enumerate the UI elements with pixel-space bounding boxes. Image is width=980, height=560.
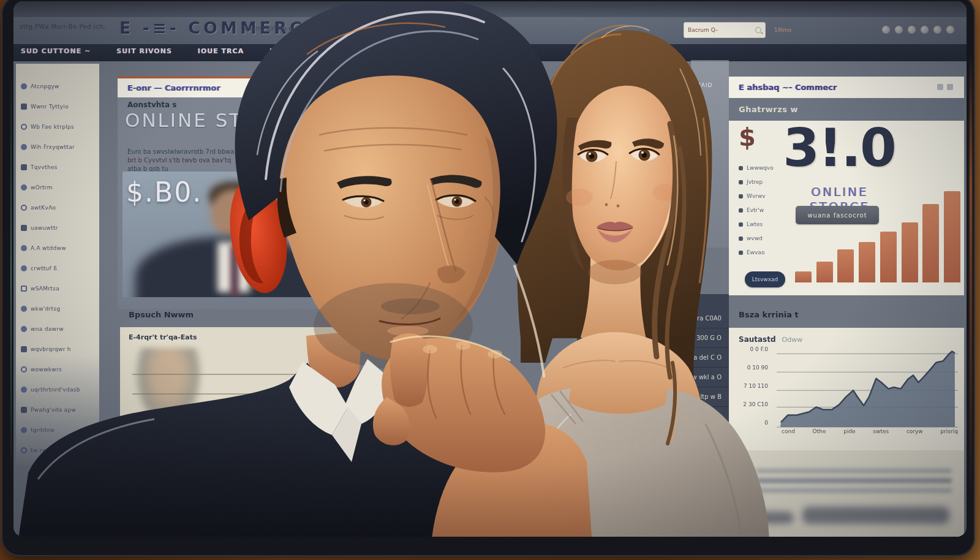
orders-section-heading: Bpsuch Nwwm: [129, 310, 194, 319]
sidebar-item[interactable]: Pwahg'vda apw: [16, 399, 99, 420]
table-row[interactable]: A.00 O ba wb 300 G O: [577, 328, 729, 348]
nav-item[interactable]: IVMw: [270, 47, 293, 55]
toolbar-icon[interactable]: [946, 26, 954, 34]
menu-glyph-icon: [21, 104, 27, 110]
sidebar-item[interactable]: wna dawrw: [16, 319, 99, 339]
screen-top-shade: [13, 1, 967, 18]
sidebar: Atcnpgyw Wwnr Tyttyio Wb Fae ktrplps: [16, 64, 99, 468]
sidebar-item-label: Wih Frxyqwttar: [31, 144, 75, 150]
row-divider: [132, 393, 334, 395]
header-mini-icons: [937, 84, 953, 90]
sidebar-item[interactable]: crwttuf ß: [16, 258, 99, 278]
sidebar-item[interactable]: uawuwttr: [16, 218, 99, 238]
sidebar-item[interactable]: tgrddew: [16, 420, 99, 440]
menu-glyph-icon: [21, 346, 27, 352]
stats-menu-item[interactable]: wvwd: [739, 235, 774, 241]
bezel-warm-rim: [970, 50, 972, 501]
menu-glyph-icon: [21, 447, 27, 453]
blurred-blob: [751, 512, 794, 524]
sidebar-item[interactable]: awtKvAo: [16, 197, 99, 218]
sidebar-item[interactable]: wqvbrqrqwr h: [16, 339, 99, 359]
stats-menu-item[interactable]: Jvtrep: [739, 179, 774, 185]
stats-menu-item[interactable]: Ewvao: [739, 249, 774, 255]
woman-eyes: [578, 149, 659, 162]
x-axis-tick: coryw: [907, 428, 923, 434]
woman-nose: [611, 162, 616, 199]
screen: sttg.PWa Murr-Bo Ped ich. E -≡- COMMERCE…: [13, 1, 967, 537]
menu-glyph-icon: [21, 265, 27, 271]
toolbar-icon[interactable]: [895, 26, 903, 34]
row-label: tkp: [597, 354, 617, 361]
row-mid-value: O: [624, 335, 628, 341]
sidebar-item[interactable]: wSAMrtsa: [16, 278, 99, 298]
man-mouth: [380, 319, 440, 336]
sidebar-item[interactable]: Tqvvthes: [16, 157, 99, 177]
stats-strip-text: Ghatrwrzs w: [739, 105, 798, 114]
header-right-text: Gloums wrttha w: [241, 25, 293, 32]
woman-face: [570, 86, 678, 273]
stats-brand[interactable]: E ahsbaq ~- Commecr: [739, 83, 837, 92]
bar: [795, 271, 812, 282]
menu-glyph-icon: [21, 427, 27, 433]
toolbar-icons: [882, 26, 954, 34]
sidebar-item[interactable]: A.A wtddww: [16, 238, 99, 258]
nav-item[interactable]: SUD CUTTONE ~: [21, 47, 91, 55]
table-row[interactable]: w ww wkl a O: [577, 368, 729, 387]
sidebar-item-label: crwttuf ß: [31, 265, 57, 271]
description-line: Euro ba swvslwlwravrotb 7rd bbwa: [127, 148, 317, 156]
menu-glyph-icon: [739, 208, 743, 213]
blurred-text-line: [756, 469, 952, 473]
menu-glyph-icon: [21, 286, 27, 292]
sidebar-item[interactable]: Wb Fae ktrplps: [16, 116, 99, 137]
sidebar-item[interactable]: uqrthrtnrd'vdasb: [16, 379, 99, 399]
sidebar-item[interactable]: Wih Frxyqwttar: [16, 137, 99, 157]
toolbar-icon[interactable]: [908, 26, 916, 34]
x-axis-tick: Othe: [813, 428, 826, 434]
toolbar-icon[interactable]: [933, 26, 941, 34]
bar: [816, 262, 833, 282]
mini-icon: [947, 84, 953, 90]
bar: [859, 242, 875, 282]
sidebar-item-label: wOrtrm: [31, 184, 53, 191]
stats-menu-item[interactable]: Lwwwqvo: [739, 165, 774, 171]
menu-glyph-icon: [21, 387, 27, 393]
sidebar-item[interactable]: wowwkwrs: [16, 359, 99, 379]
row-mid-value: a.q: [624, 315, 633, 322]
sidebar-item-label: tgrddew: [31, 427, 55, 433]
product-kicker: Aonstvhta s: [127, 100, 176, 109]
sidebar-item[interactable]: Wwnr Tyttyio: [16, 96, 99, 116]
product-card-brand[interactable]: E-onr — Caorrrnrmor: [127, 83, 221, 93]
woman-lips: [597, 222, 633, 243]
stats-menu-item[interactable]: Lwtes: [739, 221, 774, 227]
photo-face: [211, 189, 256, 237]
photo-tie: [230, 244, 239, 297]
bezel-cool-rim: [10, 69, 12, 483]
product-card-header: E-onr — Caorrrnrmor: [118, 77, 355, 97]
search-value: Bacrum Q–: [688, 27, 752, 33]
man-hand: [373, 333, 545, 472]
menu-glyph-icon: [21, 225, 27, 231]
strip-label: MAID: [696, 82, 713, 88]
sidebar-item[interactable]: wkw'drtsg: [16, 298, 99, 319]
stats-menu-item[interactable]: Wvrwv: [739, 193, 774, 199]
pill-button[interactable]: Ltsvwxad: [745, 271, 785, 287]
sidebar-item-label: wna dawrw: [31, 326, 64, 332]
table-row[interactable]: wd a ltp w B: [577, 387, 729, 407]
table-row[interactable]: tkp Ba del C O: [577, 348, 729, 368]
toolbar-icon[interactable]: [882, 26, 890, 34]
sidebar-item-label: wkw'drtsg: [31, 306, 60, 312]
menu-glyph-icon: [739, 251, 743, 255]
nav-item[interactable]: IOUE TRCA: [198, 47, 244, 55]
search-input[interactable]: Bacrum Q–: [684, 22, 766, 38]
sidebar-item[interactable]: tw rwqddrtdwqw: [16, 440, 99, 460]
toolbar-icon[interactable]: [921, 26, 929, 34]
row-value: wd a ltp w B: [684, 393, 722, 400]
nav-item[interactable]: SUIT RIVONS: [116, 47, 172, 55]
sidebar-item-label: uqrthrtnrd'vdasb: [31, 387, 80, 393]
stats-menu-item[interactable]: Evtr'w: [739, 207, 774, 213]
menu-glyph-icon: [21, 326, 27, 332]
sidebar-item[interactable]: wOrtrm: [16, 177, 99, 197]
row-label: aat: [597, 315, 617, 322]
sidebar-item[interactable]: Atcnpgyw: [16, 76, 99, 96]
table-row[interactable]: aat a.q awura C0A0: [577, 309, 729, 328]
